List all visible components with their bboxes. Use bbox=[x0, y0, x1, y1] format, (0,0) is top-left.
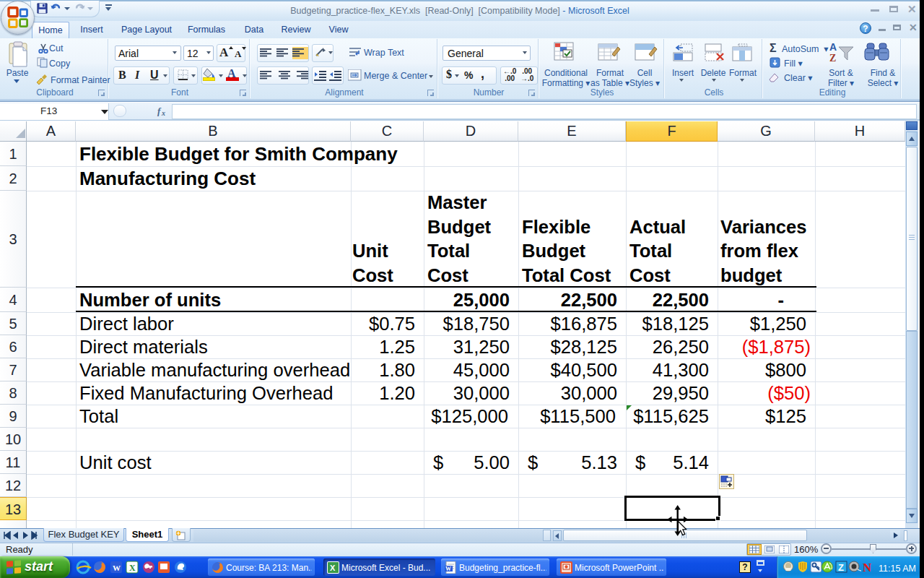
svg-text:N: N bbox=[863, 561, 872, 573]
svg-text:Z: Z bbox=[838, 562, 844, 573]
svg-text:X: X bbox=[330, 564, 336, 572]
svg-text:Z: Z bbox=[829, 53, 836, 64]
svg-text:A: A bbox=[829, 41, 837, 53]
svg-text:X: X bbox=[129, 563, 136, 573]
svg-text:W: W bbox=[113, 564, 121, 572]
svg-text:W: W bbox=[445, 566, 451, 572]
